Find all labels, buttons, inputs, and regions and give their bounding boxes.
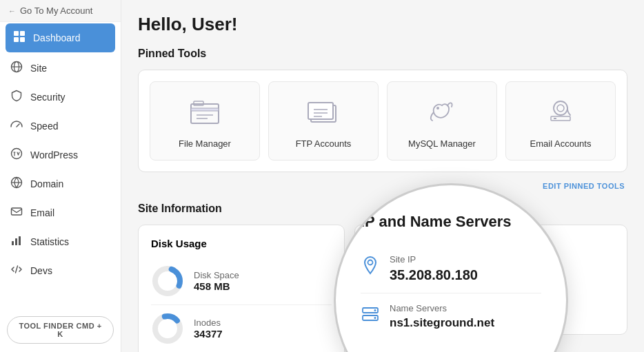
site-ip-label: Site IP: [390, 254, 478, 265]
file-manager-label: File Manager: [179, 138, 231, 149]
sidebar-item-statistics[interactable]: Statistics: [0, 227, 121, 256]
svg-rect-2: [14, 37, 19, 42]
tool-card-ftp-accounts[interactable]: FTP Accounts: [268, 81, 379, 161]
devs-icon: [10, 263, 23, 278]
disk-space-label: Disk Space: [194, 270, 239, 280]
email-accounts-icon: [541, 93, 580, 132]
sidebar-item-email[interactable]: Email: [0, 198, 121, 227]
ftp-accounts-icon: [304, 93, 343, 132]
tool-card-email-accounts[interactable]: Email Accounts: [505, 81, 616, 161]
page-title: Hello, User!: [138, 14, 627, 35]
server-icon: [361, 304, 380, 328]
wordpress-icon: [10, 147, 23, 163]
sidebar-item-speed-label: Speed: [30, 121, 58, 132]
sidebar-item-domain[interactable]: Domain: [0, 169, 121, 198]
svg-rect-0: [14, 31, 19, 36]
inodes-item: Inodes 34377: [151, 305, 332, 352]
location-pin-icon: [361, 256, 380, 279]
edit-pinned-tools-link[interactable]: EDIT PINNED TOOLS: [543, 182, 625, 190]
svg-point-38: [374, 309, 376, 311]
inodes-donut: [151, 312, 184, 345]
speed-icon: [10, 118, 23, 134]
sidebar-item-domain-label: Domain: [30, 178, 63, 189]
site-info-row: Disk Usage Disk Space 458 MB Inodes: [138, 225, 627, 352]
inodes-label: Inodes: [194, 318, 223, 328]
site-ip-value: 35.208.80.180: [390, 267, 478, 283]
svg-rect-1: [20, 31, 25, 36]
ip-nameservers-wrapper: IP and Name Servers Site IP 35.208.80.18…: [354, 225, 627, 352]
svg-line-7: [17, 124, 19, 127]
file-manager-icon: [185, 93, 224, 132]
disk-space-value: 458 MB: [194, 280, 239, 292]
ip-nameservers-title: IP and Name Servers: [361, 213, 541, 231]
mysql-manager-icon: [423, 93, 461, 132]
sidebar-item-dashboard-label: Dashboard: [33, 32, 81, 43]
sidebar-item-security[interactable]: Security: [0, 83, 121, 112]
svg-rect-30: [554, 118, 556, 119]
svg-rect-12: [12, 241, 14, 245]
sidebar-item-statistics-label: Statistics: [30, 236, 69, 247]
dashboard-icon: [12, 30, 26, 45]
main-content: Hello, User! Pinned Tools File Manager: [121, 0, 644, 352]
ftp-accounts-label: FTP Accounts: [296, 138, 352, 149]
name-servers-row: Name Servers ns1.siteground.net: [361, 293, 541, 340]
sidebar-item-speed[interactable]: Speed: [0, 112, 121, 141]
sidebar-item-site[interactable]: Site: [0, 54, 121, 83]
disk-usage-title: Disk Usage: [151, 238, 332, 249]
sidebar-item-devs[interactable]: Devs: [0, 256, 121, 285]
sidebar-item-wordpress[interactable]: WordPress: [0, 141, 121, 169]
edit-pinned-tools: EDIT PINNED TOOLS: [138, 179, 627, 191]
site-icon: [10, 61, 23, 76]
svg-rect-17: [191, 108, 219, 111]
sidebar: ← Go To My Account Dashboard Site Securi…: [0, 0, 121, 352]
svg-point-39: [374, 317, 376, 319]
tool-card-mysql-manager[interactable]: MySQL Manager: [387, 81, 497, 161]
disk-space-item: Disk Space 458 MB: [151, 258, 332, 305]
email-icon: [10, 205, 23, 220]
svg-point-35: [368, 260, 373, 265]
svg-rect-3: [20, 37, 25, 42]
tool-finder-button[interactable]: TOOL FINDER CMD + K: [7, 316, 114, 344]
sidebar-item-security-label: Security: [30, 92, 66, 103]
inodes-value: 34377: [194, 328, 223, 340]
pinned-tools-title: Pinned Tools: [138, 48, 627, 60]
sidebar-item-site-label: Site: [30, 63, 47, 74]
svg-rect-14: [19, 236, 21, 245]
tool-card-file-manager[interactable]: File Manager: [150, 81, 260, 161]
svg-point-8: [12, 149, 22, 159]
svg-point-28: [557, 105, 564, 112]
svg-rect-13: [15, 238, 17, 245]
disk-space-donut: [151, 265, 184, 298]
security-icon: [10, 90, 23, 105]
svg-point-27: [554, 101, 567, 115]
disk-usage-card: Disk Usage Disk Space 458 MB Inodes: [138, 225, 345, 352]
sidebar-item-devs-label: Devs: [30, 265, 52, 276]
site-ip-row: Site IP 35.208.80.180: [361, 245, 541, 293]
statistics-icon: [10, 234, 23, 249]
name-servers-label: Name Servers: [390, 303, 494, 313]
go-to-account[interactable]: ← Go To My Account: [0, 0, 121, 22]
mysql-manager-label: MySQL Manager: [408, 138, 476, 149]
sidebar-item-dashboard[interactable]: Dashboard: [6, 23, 115, 52]
domain-icon: [10, 176, 23, 191]
pinned-tools-grid: File Manager FTP Accounts MySQL Manager: [138, 70, 627, 172]
email-accounts-label: Email Accounts: [530, 138, 592, 149]
svg-rect-11: [12, 208, 22, 215]
sidebar-nav: Dashboard Site Security Speed WordPress: [0, 22, 121, 308]
sidebar-item-wordpress-label: WordPress: [30, 149, 78, 161]
svg-point-26: [436, 107, 439, 110]
svg-rect-16: [191, 104, 219, 123]
sidebar-item-email-label: Email: [30, 207, 54, 218]
go-to-account-label: Go To My Account: [20, 6, 92, 16]
back-arrow-icon: ←: [8, 7, 16, 15]
name-servers-value: ns1.siteground.net: [390, 316, 494, 330]
svg-line-15: [16, 266, 18, 273]
